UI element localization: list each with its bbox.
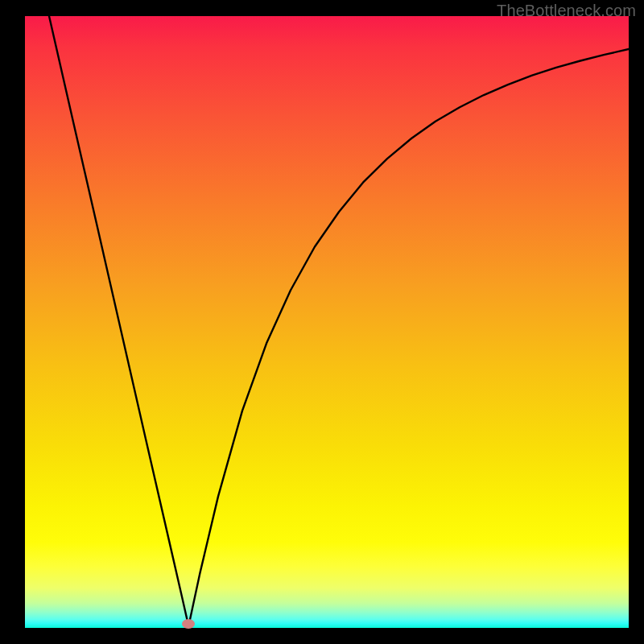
chart-curve-svg xyxy=(25,16,629,628)
watermark-text: TheBottleneck.com xyxy=(497,2,636,20)
left-branch-path xyxy=(49,16,188,626)
minimum-marker xyxy=(182,619,195,629)
right-branch-path xyxy=(188,49,629,626)
chart-frame xyxy=(25,16,629,628)
